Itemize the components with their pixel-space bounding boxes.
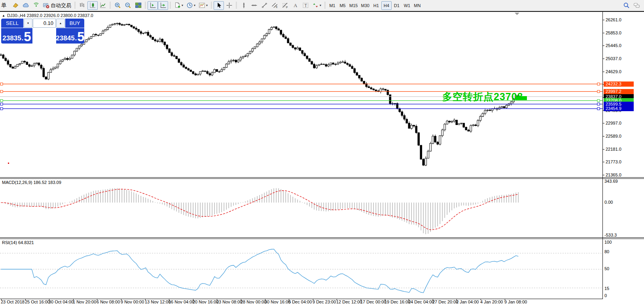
candle-body xyxy=(408,123,410,128)
candle-body xyxy=(472,125,474,126)
dropdown-caret-icon[interactable]: ▾ xyxy=(206,4,208,7)
panel-separator[interactable] xyxy=(0,237,644,239)
time-tick-label: 4 Jan 20:00 xyxy=(480,299,503,304)
deposit-button[interactable] xyxy=(10,1,21,10)
dropdown-caret-icon[interactable]: ▾ xyxy=(182,4,183,7)
timeframe-m1-button[interactable]: M1 xyxy=(327,1,337,10)
vertical-line-button[interactable] xyxy=(239,1,249,10)
candle-body xyxy=(145,32,147,33)
candle-body xyxy=(138,29,140,32)
candle-body xyxy=(164,42,166,45)
bar-chart-button[interactable] xyxy=(77,1,87,10)
indicators-button[interactable]: ▾ xyxy=(172,1,185,10)
time-tick-mark xyxy=(409,299,409,300)
zoom-out-button[interactable] xyxy=(123,1,133,10)
candle-body xyxy=(93,34,95,37)
crosshair-button[interactable] xyxy=(224,1,234,10)
search-button[interactable] xyxy=(621,1,631,10)
autotrade-button[interactable]: 自动交易 xyxy=(41,1,73,10)
candle-body xyxy=(320,64,322,64)
timeframe-w1-button[interactable]: W1 xyxy=(402,1,412,10)
line-handle[interactable] xyxy=(0,99,3,102)
candle-body xyxy=(230,61,232,62)
arrows-button[interactable]: ▾ xyxy=(311,1,323,10)
buy-button[interactable]: BUY xyxy=(65,19,84,28)
cursor-button[interactable] xyxy=(214,1,224,10)
line-handle[interactable] xyxy=(597,90,600,93)
chat-button[interactable] xyxy=(631,1,642,10)
timeframe-d1-button[interactable]: D1 xyxy=(392,1,402,10)
channel-button[interactable]: E xyxy=(269,1,280,10)
dropdown-caret-icon[interactable]: ▾ xyxy=(320,4,321,7)
zoom-in-button[interactable] xyxy=(112,1,123,10)
candle-body xyxy=(202,71,204,72)
text-button[interactable]: A xyxy=(290,1,300,10)
buy-price-button[interactable]: 23845.5 xyxy=(56,28,84,44)
timeframe-m15-button[interactable]: M15 xyxy=(348,1,359,10)
trendline-button[interactable] xyxy=(259,1,269,10)
candle-body xyxy=(325,64,327,66)
candle-body xyxy=(154,40,156,41)
line-handle[interactable] xyxy=(0,103,3,105)
candle-body xyxy=(244,56,246,56)
time-tick-label: 30 Oct 04:00 xyxy=(49,299,74,304)
volume-down-button[interactable]: ▼ xyxy=(24,19,32,28)
time-tick-label: 16 Nov 04:00 xyxy=(169,299,194,304)
sell-button[interactable]: SELL xyxy=(1,19,23,28)
candle-body xyxy=(45,77,47,79)
text-label-button[interactable]: T xyxy=(300,1,311,10)
templates-button[interactable]: ▾ xyxy=(197,1,209,10)
line-handle[interactable] xyxy=(0,90,3,93)
sell-price-button[interactable]: 23835.5 xyxy=(1,28,32,44)
timeframe-m5-button[interactable]: M5 xyxy=(337,1,348,10)
auto-scroll-button[interactable] xyxy=(158,1,168,10)
candle-body xyxy=(309,59,311,61)
panel-separator[interactable] xyxy=(0,177,644,179)
candle-body xyxy=(328,65,330,66)
time-tick-mark xyxy=(193,299,193,300)
candle-body xyxy=(114,24,116,24)
candlestick-button[interactable] xyxy=(87,1,98,10)
periods-button[interactable]: ▾ xyxy=(185,1,197,10)
candle-body xyxy=(17,64,19,67)
new-order-partial[interactable]: 单 xyxy=(0,1,10,10)
line-handle[interactable] xyxy=(0,83,3,85)
line-handle[interactable] xyxy=(0,108,3,110)
time-tick-mark xyxy=(337,299,337,300)
candle-body xyxy=(470,125,472,131)
timeframe-h1-button[interactable]: H1 xyxy=(371,1,381,10)
candle-body xyxy=(12,67,14,68)
hline-icon xyxy=(251,2,258,9)
timeframe-mn-button[interactable]: MN xyxy=(412,1,422,10)
signals-button[interactable] xyxy=(31,1,41,10)
line-handle[interactable] xyxy=(597,83,600,85)
news-button[interactable] xyxy=(21,1,31,10)
line-handle[interactable] xyxy=(597,103,600,105)
shift-chart-button[interactable] xyxy=(148,1,158,10)
timeframe-m30-button[interactable]: M30 xyxy=(359,1,371,10)
line-handle[interactable] xyxy=(597,108,600,110)
line-chart-button[interactable] xyxy=(98,1,108,10)
candle-body xyxy=(55,67,57,68)
volume-input[interactable] xyxy=(33,20,55,26)
timeframe-h4-button[interactable]: H4 xyxy=(381,1,392,10)
rsi-panel[interactable] xyxy=(0,239,603,298)
linechart-icon xyxy=(100,2,106,9)
tile-windows-button[interactable] xyxy=(133,1,143,10)
chart-annotation-text[interactable]: 多空转折点23708 xyxy=(442,90,523,103)
chat-icon xyxy=(633,2,640,9)
fibonacci-button[interactable]: F xyxy=(280,1,290,10)
rsi-axis-label: 15 xyxy=(604,286,609,291)
volume-up-button[interactable]: ▲ xyxy=(56,19,65,28)
line-handle[interactable] xyxy=(597,99,600,102)
candle-body xyxy=(285,37,287,38)
candle-body xyxy=(188,68,189,70)
price-tick-label: 22181.0 xyxy=(606,147,621,152)
green-rectangle-object[interactable] xyxy=(515,96,527,100)
macd-panel[interactable] xyxy=(0,179,603,237)
time-tick-label: 25 Oct 16:00 xyxy=(25,299,50,304)
candle-body xyxy=(211,73,213,75)
horizontal-line-button[interactable] xyxy=(249,1,259,10)
dropdown-caret-icon[interactable]: ▾ xyxy=(194,4,195,7)
candle-body xyxy=(299,48,301,51)
